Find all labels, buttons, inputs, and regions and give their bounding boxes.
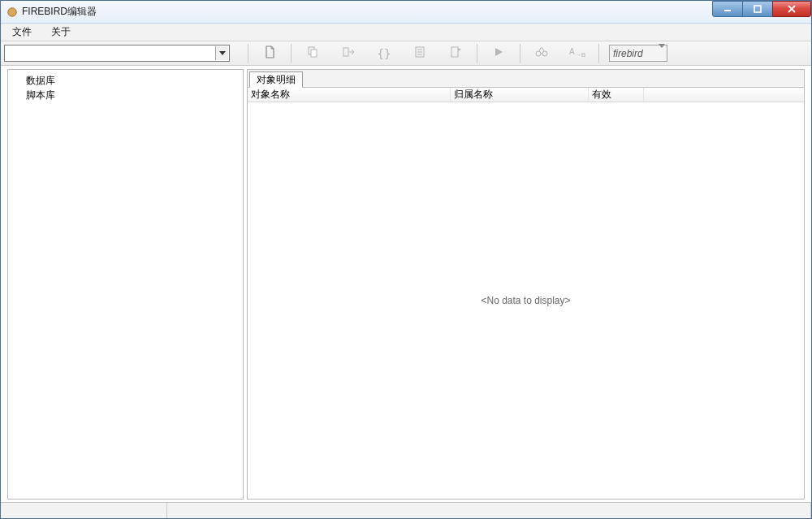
body-area: 数据库 脚本库 对象明细 对象名称 归属名称 有效 <No data to di… [1,66,811,502]
column-header-label: 归属名称 [454,88,493,102]
maximize-button[interactable] [742,1,773,17]
svg-point-8 [536,51,541,56]
flagged-document-icon [449,45,462,61]
braces-icon: {} [378,48,391,59]
svg-rect-7 [451,47,458,57]
toolbar: {} A→B firebird [1,41,811,66]
grid-body[interactable]: <No data to display> [248,102,804,499]
braces-button[interactable]: {} [366,43,402,64]
export-right-icon [342,45,355,61]
play-icon [494,47,503,59]
tree-item-label: 数据库 [26,75,55,86]
db-type-combo[interactable]: firebird [609,45,667,62]
column-header-label: 有效 [592,88,611,102]
statusbar-cell [1,503,167,518]
find-replace-button[interactable]: A→B [559,43,595,64]
tree-item-scripts[interactable]: 脚本库 [10,88,241,102]
toolbar-separator [598,44,599,63]
app-icon [6,6,19,19]
chevron-down-icon [659,48,665,59]
app-window: FIREBIRD编辑器 文件 关于 [0,0,812,519]
svg-point-9 [542,51,547,56]
run-button[interactable] [481,43,516,64]
svg-point-0 [8,7,17,16]
sidebar-tree[interactable]: 数据库 脚本库 [7,69,244,500]
close-button[interactable] [772,1,811,17]
svg-rect-2 [754,6,761,12]
flagged-document-button[interactable] [438,43,473,64]
toolbar-separator [477,44,477,63]
copy-document-icon [306,45,319,61]
tabstrip: 对象明细 [248,70,804,88]
toolbar-separator [520,44,520,63]
svg-rect-5 [343,48,348,56]
window-controls [713,1,811,17]
menu-about[interactable]: 关于 [48,24,74,41]
tree-item-label: 脚本库 [26,89,55,101]
empty-state-text: <No data to display> [248,295,804,306]
tree-item-database[interactable]: 数据库 [10,73,241,88]
svg-rect-4 [311,50,317,57]
database-combo[interactable] [4,45,230,62]
chevron-down-icon[interactable] [215,46,228,60]
list-document-icon [413,45,426,61]
menu-file[interactable]: 文件 [9,24,35,41]
statusbar-cell [167,503,811,518]
grid-header: 对象名称 归属名称 有效 [248,88,804,102]
minimize-button[interactable] [712,1,743,17]
menubar: 文件 关于 [1,24,811,41]
toolbar-separator [248,44,248,63]
new-document-icon [263,45,276,61]
find-replace-icon: A→B [569,49,585,58]
copy-document-button[interactable] [295,43,330,64]
column-header-name[interactable]: 对象名称 [248,88,451,102]
column-header-valid[interactable]: 有效 [589,88,644,102]
toolbar-separator [291,44,292,63]
binoculars-icon [535,46,548,60]
column-header-label: 对象名称 [251,88,290,102]
column-header-owner[interactable]: 归属名称 [451,88,589,102]
list-document-button[interactable] [402,43,438,64]
statusbar [1,502,811,518]
new-document-button[interactable] [252,43,287,64]
titlebar[interactable]: FIREBIRD编辑器 [1,1,811,24]
db-type-combo-value: firebird [613,48,643,59]
find-button[interactable] [524,43,559,64]
window-title: FIREBIRD编辑器 [22,5,97,19]
tab-object-details[interactable]: 对象明细 [249,71,303,88]
svg-rect-1 [724,10,731,11]
main-panel: 对象明细 对象名称 归属名称 有效 <No data to display> [247,69,805,500]
tab-label: 对象明细 [257,74,296,85]
export-button[interactable] [330,43,366,64]
